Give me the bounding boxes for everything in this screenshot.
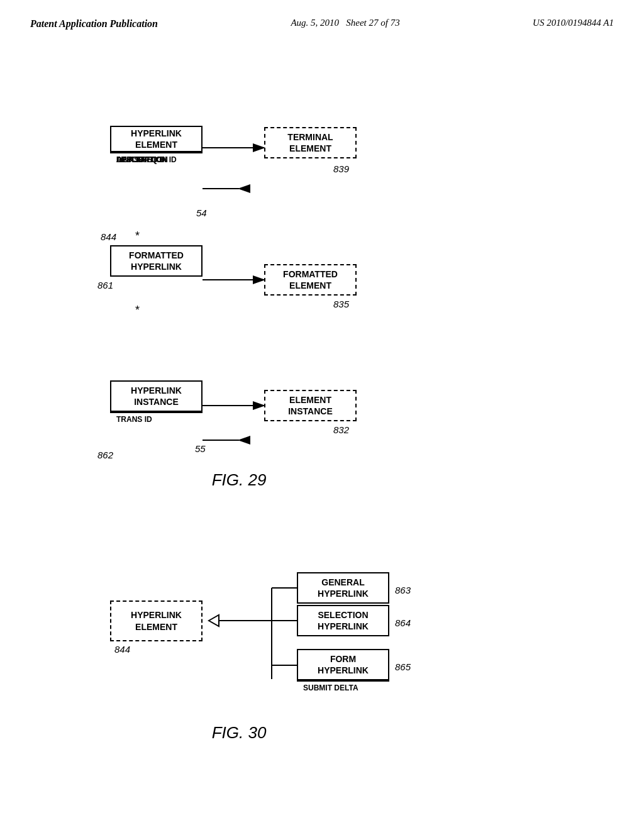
ref-862: 862 <box>97 450 113 460</box>
general-hyperlink-box: GENERALHYPERLINK <box>297 572 389 604</box>
fig30-label: FIG. 30 <box>176 723 302 743</box>
publication-date-sheet: Aug. 5, 2010 Sheet 27 of 73 <box>291 18 399 28</box>
form-hyperlink-box: FORMHYPERLINK <box>297 649 389 680</box>
publication-title: Patent Application Publication <box>30 18 158 31</box>
star-1: * <box>135 230 140 243</box>
element-instance-box: ELEMENTINSTANCE <box>264 390 357 421</box>
hyperlink-instance-box: HYPERLINKINSTANCE <box>110 380 203 412</box>
ref-865: 865 <box>395 661 411 672</box>
fig29-diagram: HYPERLINKELEMENT APPLICATION ID LINK ID … <box>0 57 644 824</box>
fig29-label: FIG. 29 <box>176 470 302 490</box>
terminal-element-box: TERMINALELEMENT <box>264 127 357 158</box>
ref-864: 864 <box>395 617 411 628</box>
publication-number: US 2010/0194844 A1 <box>533 18 614 28</box>
selection-hyperlink-box: SELECTIONHYPERLINK <box>297 605 389 636</box>
svg-marker-9 <box>209 615 219 626</box>
field-description: DESCRIPTION <box>111 152 201 166</box>
formatted-element-box: FORMATTEDELEMENT <box>264 264 357 296</box>
ref-835: 835 <box>333 299 349 309</box>
hyperlink-element-box-fig30: HYPERLINKELEMENT <box>110 600 203 641</box>
hyperlink-element-box-fig29: HYPERLINKELEMENT <box>110 126 203 152</box>
formatted-hyperlink-box: FORMATTEDHYPERLINK <box>110 245 203 277</box>
field-trans-id: TRANS ID <box>111 412 201 426</box>
ref-832: 832 <box>333 424 349 435</box>
ref-54: 54 <box>196 208 207 218</box>
ref-844-fig30: 844 <box>114 644 130 655</box>
arrows-fig30-svg <box>0 57 644 824</box>
ref-844: 844 <box>101 231 116 242</box>
ref-863: 863 <box>395 585 411 595</box>
field-submit-delta: SUBMIT DELTA <box>298 680 388 694</box>
arrows-svg <box>0 57 644 824</box>
ref-839: 839 <box>333 163 349 174</box>
ref-861: 861 <box>97 280 113 290</box>
star-2: * <box>135 304 140 317</box>
ref-55: 55 <box>195 443 206 454</box>
